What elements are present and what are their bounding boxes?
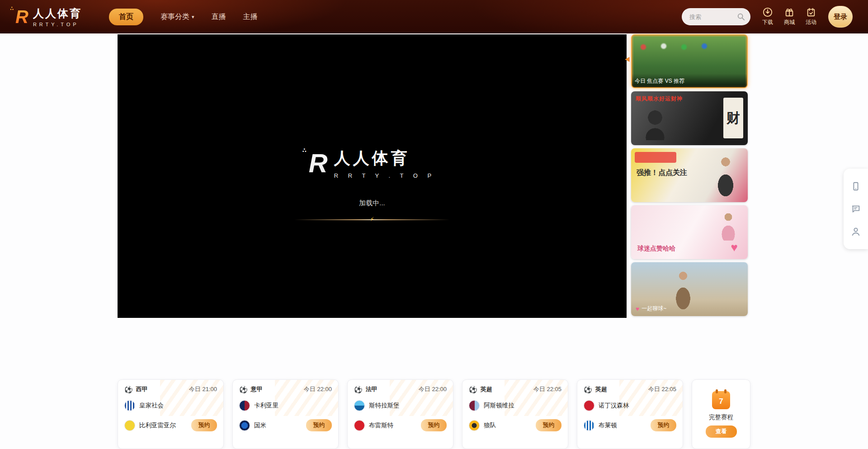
- soccer-icon: ⚽: [239, 386, 248, 393]
- away-team-crest: [239, 420, 250, 431]
- thumbnail-caption: 强推！点点关注: [637, 168, 687, 178]
- activity-icon: [806, 7, 816, 17]
- chat-icon: [851, 204, 861, 214]
- gift-icon: [784, 7, 794, 17]
- loading-text: 加载中...: [359, 199, 385, 208]
- soccer-icon: ⚽: [124, 386, 133, 393]
- match-card[interactable]: ⚽ 西甲 今日 21:00 皇家社会 比利亚雷亚尔 预约: [118, 379, 224, 449]
- home-team-name: 诺丁汉森林: [599, 402, 629, 410]
- loading-progress-line: ⚡: [294, 219, 450, 220]
- league-name: 意甲: [251, 385, 263, 393]
- chevron-down-icon: ▾: [192, 14, 194, 20]
- thumbnail-caption: ♥ 一起聊球~: [636, 305, 666, 312]
- match-card[interactable]: ⚽ 意甲 今日 22:00 卡利亚里 国米 预约: [232, 379, 339, 449]
- match-card[interactable]: ⚽ 法甲 今日 22:00 斯特拉斯堡 布雷斯特 预约: [347, 379, 453, 449]
- away-team-name: 国米: [254, 421, 266, 430]
- match-card[interactable]: ⚽ 英超 今日 22:05 诺丁汉森林 布莱顿 预约: [577, 379, 683, 449]
- brand-domain: RRTY.TOP: [33, 22, 82, 27]
- thumbnail-caption-text: 一起聊球~: [642, 305, 666, 312]
- brand-name: 人人体育: [33, 6, 82, 21]
- home-team-name: 卡利亚里: [254, 402, 278, 410]
- reserve-button[interactable]: 预约: [536, 419, 561, 431]
- match-card[interactable]: ⚽ 英超 今日 22:05 阿斯顿维拉 狼队 预约: [462, 379, 568, 449]
- watermark-r-icon: R: [309, 150, 328, 176]
- home-team-crest: [354, 400, 365, 411]
- away-team-crest: [354, 420, 365, 431]
- match-time: 今日 22:05: [533, 385, 561, 393]
- customer-service-button[interactable]: [850, 226, 862, 237]
- player-watermark: R 人人体育 R R T Y . T O P 加载中... ⚡: [118, 147, 627, 220]
- mobile-app-button[interactable]: [850, 180, 862, 192]
- away-team-crest: [124, 420, 135, 431]
- reserve-button[interactable]: 预约: [191, 419, 217, 431]
- home-team-crest: [239, 400, 250, 411]
- match-time: 今日 21:00: [189, 385, 217, 393]
- sidebar-stream-thumbnail[interactable]: ♥ 一起聊球~: [631, 262, 748, 316]
- home-team-name: 皇家社会: [139, 402, 164, 410]
- reserve-button[interactable]: 预约: [306, 419, 332, 431]
- lightning-icon: ⚡: [370, 216, 374, 222]
- calendar-icon: 7: [712, 391, 730, 409]
- reserve-button[interactable]: 预约: [421, 419, 447, 431]
- soccer-icon: ⚽: [584, 386, 592, 393]
- away-team-crest: [469, 420, 480, 431]
- match-time: 今日 22:05: [648, 385, 676, 393]
- thumbnail-caption: 顺风顺水好运财神: [636, 95, 683, 103]
- download-icon: [763, 7, 773, 17]
- floating-toolbar: [844, 169, 868, 249]
- league-name: 英超: [481, 385, 492, 393]
- home-team-name: 阿斯顿维拉: [484, 402, 514, 410]
- login-button[interactable]: 登录: [828, 6, 853, 28]
- activity-label: 活动: [806, 19, 816, 26]
- service-icon: [851, 227, 861, 236]
- match-time: 今日 22:00: [419, 385, 447, 393]
- league-name: 法甲: [366, 385, 377, 393]
- download-label: 下载: [762, 19, 773, 26]
- home-team-crest: [584, 400, 594, 411]
- main-nav: 首页 赛事分类 ▾ 直播 主播: [109, 9, 258, 25]
- sidebar-stream-thumbnail[interactable]: 球迷点赞哈哈: [631, 205, 748, 259]
- top-header: R 人人体育 RRTY.TOP 首页 赛事分类 ▾ 直播 主播: [0, 0, 868, 33]
- feedback-button[interactable]: [850, 203, 862, 215]
- watermark-brand-domain: R R T Y . T O P: [334, 172, 436, 179]
- away-team-name: 狼队: [484, 421, 496, 430]
- shop-link[interactable]: 商城: [784, 7, 795, 26]
- sidebar-stream-thumbnail-featured[interactable]: ◀ 今日 焦点赛 VS 推荐: [631, 34, 748, 88]
- quick-links: 下载 商城 活动: [762, 7, 816, 26]
- calendar-day: 7: [719, 397, 723, 409]
- stream-sidebar: ◀ 今日 焦点赛 VS 推荐 顺风顺水好运财神 强推！点点关注 球迷点赞哈哈 ♥…: [631, 34, 748, 318]
- brand-logo[interactable]: R 人人体育 RRTY.TOP: [15, 6, 82, 27]
- active-indicator-arrow-icon: ◀: [625, 55, 630, 62]
- reserve-button[interactable]: 预约: [651, 419, 676, 431]
- heart-icon: ♥: [636, 305, 639, 312]
- soccer-icon: ⚽: [354, 386, 363, 393]
- watermark-brand-name: 人人体育: [334, 147, 410, 170]
- sidebar-stream-thumbnail[interactable]: 强推！点点关注: [631, 148, 748, 202]
- nav-item-home[interactable]: 首页: [109, 9, 143, 25]
- logo-r-icon: R: [15, 8, 28, 26]
- home-team-crest: [124, 400, 135, 411]
- nav-item-categories[interactable]: 赛事分类 ▾: [160, 12, 194, 22]
- download-link[interactable]: 下载: [762, 7, 773, 26]
- home-team-crest: [469, 400, 480, 411]
- soccer-icon: ⚽: [469, 386, 477, 393]
- mobile-icon: [851, 181, 861, 191]
- nav-item-live[interactable]: 直播: [211, 12, 226, 22]
- view-schedule-button[interactable]: 查看: [706, 425, 737, 438]
- thumbnail-caption: 球迷点赞哈哈: [637, 245, 675, 253]
- away-team-name: 布雷斯特: [369, 421, 393, 430]
- sidebar-stream-thumbnail[interactable]: 顺风顺水好运财神: [631, 91, 748, 145]
- nav-item-anchors[interactable]: 主播: [243, 12, 257, 22]
- full-schedule-card[interactable]: 7 完整赛程 查看: [692, 379, 750, 449]
- league-name: 英超: [595, 385, 607, 393]
- thumbnail-caption: 今日 焦点赛 VS 推荐: [635, 77, 684, 85]
- activity-link[interactable]: 活动: [806, 7, 816, 26]
- league-name: 西甲: [136, 385, 148, 393]
- full-schedule-label: 完整赛程: [709, 413, 733, 421]
- match-time: 今日 22:00: [304, 385, 332, 393]
- video-player[interactable]: R 人人体育 R R T Y . T O P 加载中... ⚡: [118, 34, 627, 318]
- upcoming-matches-row: ⚽ 西甲 今日 21:00 皇家社会 比利亚雷亚尔 预约 ⚽ 意甲 今日 22:…: [118, 379, 750, 449]
- search-icon[interactable]: [737, 13, 745, 21]
- nav-item-label: 赛事分类: [160, 12, 189, 22]
- search-box: [682, 8, 750, 25]
